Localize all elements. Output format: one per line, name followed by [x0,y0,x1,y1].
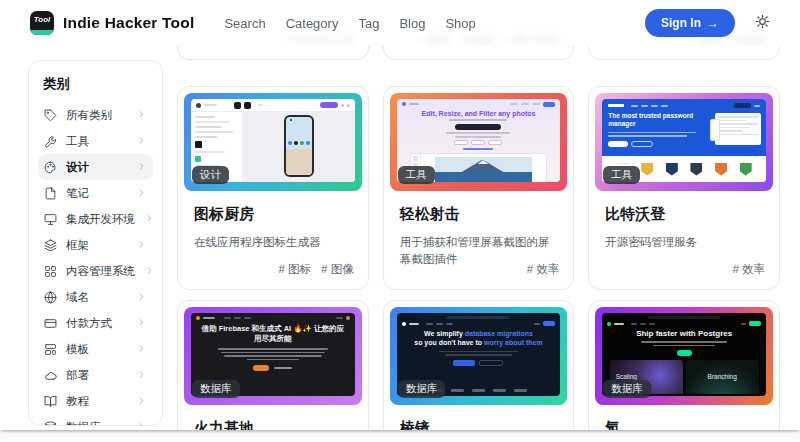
sidebar-item-notes[interactable]: 笔记 [38,180,153,206]
chevron-right-icon [136,314,147,332]
neon-branching-tile: Branching [686,360,759,394]
sidebar-item-domains[interactable]: 域名 [38,284,153,310]
sidebar-item-label: 教程 [66,394,89,409]
sidebar-item-databases[interactable]: 数据库 [38,414,153,426]
tool-title: 氖 [605,419,763,430]
file-icon [44,187,57,200]
category-badge: 工具 [398,166,435,184]
palette-icon [44,161,57,174]
tool-title: 棱镜 [400,419,558,430]
sidebar-title: 类别 [43,75,148,93]
sidebar-item-templates[interactable]: 模板 [38,336,153,362]
viewport-bottom-strip [0,430,800,442]
tool-description: 开源密码管理服务 [605,234,763,251]
sidebar-item-label: 工具 [66,134,89,149]
brand-title: Indie Hacker Tool [63,14,194,32]
tool-grid: # 开发者工具 # 图标 # 图像 # 用户界面 # 图标 # 图像 [177,0,780,430]
nav-category[interactable]: Category [286,16,339,31]
tool-tags: # 效率 [527,262,560,277]
theme-toggle[interactable] [755,14,770,33]
wrench-icon [44,135,57,148]
sidebar-item-deploy[interactable]: 部署 [38,362,153,388]
sidebar-item-label: 域名 [66,290,89,305]
database-icon [44,421,57,427]
chevron-right-icon [136,158,147,176]
template-icon [44,343,57,356]
tool-card-icon-kitchen[interactable]: 设计 图标厨房 在线应用程序图标生成器 # 图标 # 图像 [177,86,369,290]
chevron-right-icon [136,184,147,202]
header-right: Sign In → [645,9,770,37]
nav-tag[interactable]: Tag [358,16,379,31]
tool-card-body: 氖 [595,405,773,430]
tool-preview-image: Ship faster with Postgres Scaling Branch… [595,307,773,405]
tool-preview-image: 借助 Firebase 和生成式 AI 🔥✨ 让您的应用尽其所能 数据库 [184,307,362,405]
tool-preview-image: 设计 [184,93,362,191]
tool-title: 轻松射击 [400,205,558,224]
sidebar-item-label: 部署 [66,368,89,383]
tool-card-body: 比特沃登 开源密码管理服务 [595,191,773,251]
tool-tag[interactable]: # 效率 [527,262,560,277]
cards-row-2: 借助 Firebase 和生成式 AI 🔥✨ 让您的应用尽其所能 数据库 火力基… [177,300,780,430]
tool-tag[interactable]: # 图标 [278,262,311,277]
chevron-right-icon [136,106,147,124]
tool-card-firebase[interactable]: 借助 Firebase 和生成式 AI 🔥✨ 让您的应用尽其所能 数据库 火力基… [177,300,369,430]
tool-card-easyshot[interactable]: Edit, Resize, and Filter any photos [383,86,575,290]
tool-card-bitwarden[interactable]: The most trusted password manager [588,86,780,290]
tool-tags: # 效率 [732,262,765,277]
chevron-right-icon [144,210,155,228]
sidebar-item-design[interactable]: 设计 [38,154,153,180]
nav-shop[interactable]: Shop [445,16,475,31]
main-nav: Search Category Tag Blog Shop [224,16,475,31]
sidebar-item-payments[interactable]: 付款方式 [38,310,153,336]
firebase-heading: 借助 Firebase 和生成式 AI 🔥✨ 让您的应用尽其所能 [199,324,347,344]
chevron-right-icon [136,418,147,426]
page: Tool Indie Hacker Tool Search Category T… [0,0,800,430]
credit-card-icon [44,317,57,330]
tool-card-body: 图标厨房 在线应用程序图标生成器 [184,191,362,251]
sidebar-item-cms[interactable]: 内容管理系统 [38,258,153,284]
tool-preview-image: The most trusted password manager [595,93,773,191]
chevron-right-icon [136,236,147,254]
category-sidebar: 类别 所有类别 工具 设计 笔记 集成开发环境 框架 [28,60,163,426]
tool-preview-image: We simplify database migrations so you d… [390,307,568,405]
layers-icon [44,239,57,252]
tool-card-body: 火力基地 [184,405,362,430]
category-badge: 数据库 [192,380,240,398]
chevron-right-icon [136,366,147,384]
nav-blog[interactable]: Blog [399,16,425,31]
tool-title: 比特沃登 [605,205,763,224]
tool-tag[interactable]: # 效率 [732,262,765,277]
tool-card-neon[interactable]: Ship faster with Postgres Scaling Branch… [588,300,780,430]
grid-icon [44,265,57,278]
sidebar-item-label: 数据库 [66,420,101,427]
sidebar-item-ide[interactable]: 集成开发环境 [38,206,153,232]
tool-tag[interactable]: # 图像 [321,262,354,277]
sidebar-item-all-categories[interactable]: 所有类别 [38,102,153,128]
tool-card-prisma[interactable]: We simplify database migrations so you d… [383,300,575,430]
monitor-icon [44,213,57,226]
sidebar-item-label: 笔记 [66,186,89,201]
chevron-right-icon [136,288,147,306]
sun-icon [755,14,770,29]
tool-title: 火力基地 [194,419,352,430]
app-logo[interactable]: Tool [30,11,54,35]
sidebar-item-tutorials[interactable]: 教程 [38,388,153,414]
sidebar-item-label: 所有类别 [66,108,112,123]
neon-heading: Ship faster with Postgres [636,329,732,338]
sign-in-button[interactable]: Sign In → [645,9,735,37]
sidebar-item-frameworks[interactable]: 框架 [38,232,153,258]
globe-icon [44,291,57,304]
app-logo-green-strip [30,30,54,35]
sidebar-item-label: 设计 [66,160,89,175]
sidebar-item-label: 集成开发环境 [66,212,135,227]
tag-icon [44,109,57,122]
category-badge: 工具 [603,166,640,184]
tool-description: 在线应用程序图标生成器 [194,234,352,251]
nav-search[interactable]: Search [224,16,265,31]
sidebar-item-tools[interactable]: 工具 [38,128,153,154]
tool-title: 图标厨房 [194,205,352,224]
bitwarden-heading: The most trusted password manager [608,112,693,129]
category-badge: 数据库 [603,380,651,398]
tool-tags: # 图标 # 图像 [278,262,353,277]
sign-in-label: Sign In [661,16,701,30]
